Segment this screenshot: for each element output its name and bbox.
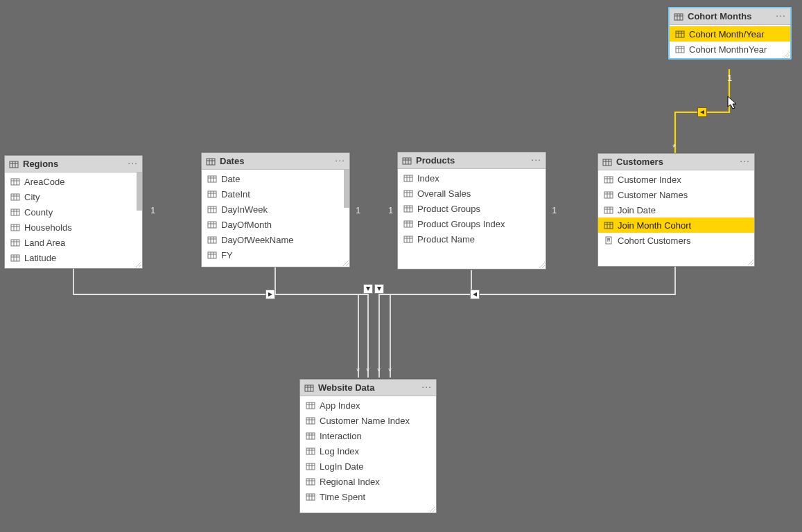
field-row[interactable]: City xyxy=(5,189,142,204)
card-header[interactable]: Regions ··· xyxy=(5,156,142,172)
field-row[interactable]: Interaction xyxy=(300,428,436,443)
column-icon xyxy=(10,192,20,202)
svg-rect-125 xyxy=(606,237,611,244)
field-row[interactable]: Customer Name Index xyxy=(300,413,436,428)
field-row[interactable]: Date xyxy=(202,171,349,186)
card-menu-button[interactable]: ··· xyxy=(531,156,541,166)
svg-marker-4 xyxy=(700,110,704,114)
field-row[interactable]: Overall Sales xyxy=(398,186,546,201)
resize-grip[interactable] xyxy=(539,263,545,268)
resize-grip[interactable] xyxy=(343,260,349,266)
field-row[interactable]: Latitude xyxy=(5,250,142,265)
field-row[interactable]: DayInWeek xyxy=(202,202,349,217)
card-header[interactable]: Dates ··· xyxy=(202,153,349,170)
field-row[interactable]: DayOfMonth xyxy=(202,217,349,232)
field-row[interactable]: Product Groups Index xyxy=(398,216,546,231)
field-row[interactable]: Cohort Month/Year xyxy=(670,26,790,42)
table-regions[interactable]: Regions ··· AreaCode City County Househo… xyxy=(4,155,143,269)
column-icon xyxy=(10,177,20,186)
column-icon xyxy=(207,220,217,229)
field-row[interactable]: LogIn Date xyxy=(300,459,436,474)
svg-rect-43 xyxy=(11,255,19,261)
card-header[interactable]: Website Data ··· xyxy=(300,380,436,396)
svg-rect-139 xyxy=(306,418,315,424)
table-cohort-months[interactable]: Cohort Months ··· Cohort Month/Year Coho… xyxy=(668,7,792,60)
table-dates[interactable]: Dates ··· Date DateInt DayInWeek DayOfMo… xyxy=(201,152,350,267)
field-row[interactable]: Product Name xyxy=(398,231,546,247)
field-row[interactable]: Land Area xyxy=(5,235,142,250)
resize-grip[interactable] xyxy=(136,262,141,267)
field-row[interactable]: Log Index xyxy=(300,443,436,459)
resize-grip[interactable] xyxy=(784,52,790,57)
field-row[interactable]: Index xyxy=(398,170,546,186)
field-row[interactable]: Cohort MonthnYear xyxy=(670,42,790,57)
field-label: City xyxy=(24,192,40,202)
resize-grip[interactable] xyxy=(430,506,435,512)
svg-rect-127 xyxy=(607,240,609,242)
field-label: Log Index xyxy=(320,446,359,456)
cardinality-many: * xyxy=(366,366,369,376)
card-menu-button[interactable]: ··· xyxy=(776,12,786,21)
card-menu-button[interactable]: ··· xyxy=(128,159,138,169)
card-header[interactable]: Products ··· xyxy=(398,152,546,169)
field-row[interactable]: FY xyxy=(202,247,349,263)
field-row[interactable]: County xyxy=(5,204,142,220)
field-label: Index xyxy=(417,173,439,184)
svg-rect-57 xyxy=(208,191,216,197)
field-label: DayOfWeekName xyxy=(221,235,294,245)
field-row[interactable]: Join Month Cohort xyxy=(598,218,754,233)
column-icon xyxy=(306,431,315,441)
field-row[interactable]: DayOfWeekName xyxy=(202,232,349,247)
svg-line-18 xyxy=(787,55,790,57)
field-row[interactable]: Customer Names xyxy=(598,187,754,202)
svg-line-130 xyxy=(751,263,753,265)
field-row[interactable]: Regional Index xyxy=(300,474,436,489)
field-label: Cohort MonthnYear xyxy=(689,44,767,55)
scrollbar-thumb[interactable] xyxy=(137,172,142,211)
svg-line-104 xyxy=(542,265,545,268)
field-row[interactable]: Customer Index xyxy=(598,172,754,187)
field-row[interactable]: Product Groups xyxy=(398,201,546,216)
svg-rect-13 xyxy=(676,46,684,53)
scrollbar-thumb[interactable] xyxy=(344,170,349,208)
card-title: Cohort Months xyxy=(688,11,776,21)
svg-rect-131 xyxy=(305,385,313,391)
card-title: Products xyxy=(416,155,531,166)
card-body: AreaCode City County Households Land Are… xyxy=(5,172,142,268)
column-icon xyxy=(306,446,315,456)
table-products[interactable]: Products ··· Index Overall Sales Product… xyxy=(397,152,546,269)
card-menu-button[interactable]: ··· xyxy=(421,383,432,393)
table-icon xyxy=(206,157,216,166)
svg-marker-3 xyxy=(473,292,477,296)
resize-grip[interactable] xyxy=(748,260,753,265)
field-row[interactable]: Join Date xyxy=(598,202,754,218)
field-row[interactable]: Time Spent xyxy=(300,489,436,504)
field-row[interactable]: Cohort Customers xyxy=(598,233,754,248)
table-customers[interactable]: Customers ··· Customer Index Customer Na… xyxy=(598,153,755,267)
svg-rect-105 xyxy=(603,159,611,166)
field-label: Regional Index xyxy=(320,477,380,487)
column-icon xyxy=(306,492,315,502)
svg-rect-35 xyxy=(11,224,19,231)
svg-line-129 xyxy=(748,260,753,265)
table-website-data[interactable]: Website Data ··· App Index Customer Name… xyxy=(299,379,437,513)
model-canvas[interactable]: { "tables": { "cohort_months": { "title"… xyxy=(0,0,802,532)
field-row[interactable]: App Index xyxy=(300,398,436,413)
card-menu-button[interactable]: ··· xyxy=(740,157,750,167)
direction-indicator xyxy=(470,290,480,299)
column-icon xyxy=(403,234,413,244)
table-icon xyxy=(9,159,19,169)
card-header[interactable]: Customers ··· xyxy=(598,154,754,170)
field-label: Product Groups xyxy=(417,204,480,214)
field-row[interactable]: AreaCode xyxy=(5,174,142,189)
card-header[interactable]: Cohort Months ··· xyxy=(670,8,790,25)
field-row[interactable]: DateInt xyxy=(202,186,349,202)
svg-rect-83 xyxy=(404,175,412,181)
field-row[interactable]: Households xyxy=(5,220,142,235)
svg-marker-0 xyxy=(268,292,272,296)
svg-line-78 xyxy=(346,263,349,266)
card-menu-button[interactable]: ··· xyxy=(335,157,345,166)
svg-rect-19 xyxy=(10,161,18,168)
svg-rect-159 xyxy=(306,494,315,500)
column-icon xyxy=(604,175,613,184)
